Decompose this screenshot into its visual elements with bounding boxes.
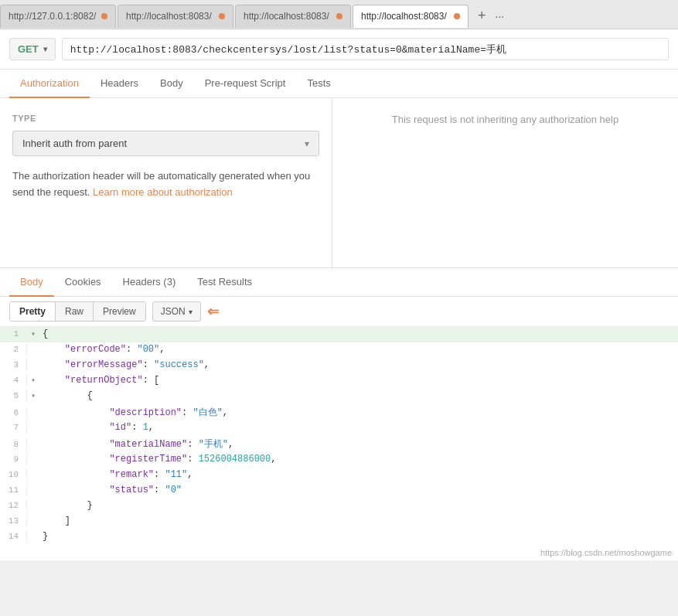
line-number: 8	[0, 438, 27, 451]
code-line: 2 "errorCode": "00",	[0, 342, 678, 358]
browser-tab-1[interactable]: http://127.0.0.1:8082/	[0, 5, 116, 28]
new-tab-button[interactable]: +	[473, 8, 491, 24]
code-line: 7 "id": 1,	[0, 420, 678, 436]
method-label: GET	[18, 43, 39, 55]
bottom-tab-body-label: Body	[20, 276, 43, 288]
auth-right-panel: This request is not inheriting any autho…	[332, 98, 678, 267]
auth-right-panel-text: This request is not inheriting any autho…	[392, 114, 618, 125]
line-number: 2	[0, 343, 27, 356]
wrap-icon[interactable]: ⇐	[207, 303, 219, 320]
watermark: https://blog.csdn.net/moshowgame	[0, 545, 678, 560]
format-tab-preview-label: Preview	[103, 306, 136, 317]
code-line: 10 "remark": "11",	[0, 468, 678, 483]
line-expand-icon[interactable]: ▾	[27, 329, 39, 339]
line-content: "description": "白色",	[39, 404, 678, 420]
line-number: 7	[0, 421, 27, 434]
line-number: 11	[0, 484, 27, 496]
browser-tab-4-dot	[454, 13, 460, 19]
line-content: "remark": "11",	[39, 468, 678, 482]
browser-tab-2[interactable]: http://localhost:8083/	[118, 5, 233, 28]
browser-tabs-bar: http://127.0.0.1:8082/ http://localhost:…	[0, 0, 678, 29]
code-line: 13 ]	[0, 514, 678, 529]
line-content: "registerTime": 1526004886000,	[39, 452, 678, 466]
bottom-tab-headers[interactable]: Headers (3)	[112, 268, 187, 297]
line-content: "status": "0"	[39, 483, 678, 497]
code-line: 9 "registerTime": 1526004886000,	[0, 452, 678, 468]
json-format-label: JSON	[161, 306, 186, 317]
bottom-tab-body[interactable]: Body	[9, 268, 54, 297]
auth-type-value: Inherit auth from parent	[22, 138, 127, 149]
bottom-tab-cookies[interactable]: Cookies	[54, 268, 112, 297]
more-tabs-button[interactable]: ···	[491, 10, 509, 22]
type-label: TYPE	[12, 114, 319, 123]
browser-tab-4[interactable]: http://localhost:8083/	[353, 5, 468, 28]
watermark-text: https://blog.csdn.net/moshowgame	[540, 548, 672, 557]
url-input[interactable]	[62, 38, 669, 60]
line-expand-icon[interactable]: ▾	[27, 391, 39, 400]
auth-description: The authorization header will be automat…	[12, 168, 319, 201]
dropdown-arrow-icon: ▾	[305, 138, 309, 149]
browser-tab-3-label: http://localhost:8083/	[244, 11, 332, 22]
code-line: 12 }	[0, 499, 678, 514]
line-number: 10	[0, 468, 27, 481]
line-number: 1	[0, 328, 27, 340]
tab-pre-request-script-label: Pre-request Script	[205, 77, 286, 89]
response-toolbar: Pretty Raw Preview JSON ▾ ⇐	[0, 297, 678, 327]
browser-tab-1-dot	[101, 13, 107, 19]
main-tabs: Authorization Headers Body Pre-request S…	[0, 70, 678, 98]
bottom-tab-headers-label: Headers (3)	[123, 276, 176, 288]
tab-authorization-label: Authorization	[20, 77, 79, 89]
bottom-tab-test-results[interactable]: Test Results	[186, 268, 263, 297]
browser-tab-1-label: http://127.0.0.1:8082/	[9, 11, 97, 22]
browser-tab-3[interactable]: http://localhost:8083/	[235, 5, 351, 28]
bottom-tab-test-results-label: Test Results	[197, 276, 252, 288]
browser-tab-4-label: http://localhost:8083/	[361, 11, 449, 22]
line-content: ]	[39, 514, 678, 528]
tab-body[interactable]: Body	[149, 70, 194, 98]
request-bar: GET ▾	[0, 29, 678, 70]
method-chevron-icon: ▾	[43, 45, 47, 53]
format-tab-preview[interactable]: Preview	[94, 302, 145, 321]
line-number: 5	[0, 390, 27, 402]
format-tab-raw-label: Raw	[65, 306, 83, 317]
line-content: {	[39, 327, 678, 341]
auth-left-panel: TYPE Inherit auth from parent ▾ The auth…	[0, 98, 332, 267]
line-content: {	[39, 389, 678, 403]
json-format-chevron-icon: ▾	[189, 308, 192, 316]
line-content: "returnObject": [	[39, 373, 678, 387]
tab-authorization[interactable]: Authorization	[9, 70, 90, 98]
format-tab-raw[interactable]: Raw	[56, 302, 94, 321]
format-tab-pretty-label: Pretty	[19, 306, 46, 317]
code-line: 3 "errorMessage": "success",	[0, 358, 678, 373]
line-expand-icon[interactable]: ▾	[27, 376, 39, 385]
line-content: "errorCode": "00",	[39, 342, 678, 356]
format-tab-pretty[interactable]: Pretty	[10, 302, 56, 321]
authorization-content: TYPE Inherit auth from parent ▾ The auth…	[0, 98, 678, 268]
method-selector[interactable]: GET ▾	[9, 38, 56, 60]
learn-more-link[interactable]: Learn more about authorization	[93, 186, 233, 198]
json-format-selector[interactable]: JSON ▾	[152, 301, 201, 322]
tab-tests[interactable]: Tests	[296, 70, 341, 98]
line-number: 4	[0, 374, 27, 386]
tab-headers[interactable]: Headers	[90, 70, 149, 98]
bottom-tab-cookies-label: Cookies	[65, 276, 101, 288]
line-content: }	[39, 529, 678, 543]
format-tabs: Pretty Raw Preview	[9, 301, 146, 322]
browser-tab-2-label: http://localhost:8083/	[126, 11, 214, 22]
line-content: "materialName": "手机",	[39, 436, 678, 452]
code-line: 8 "materialName": "手机",	[0, 436, 678, 452]
tab-tests-label: Tests	[307, 77, 330, 89]
browser-tab-3-dot	[336, 13, 342, 19]
tab-pre-request-script[interactable]: Pre-request Script	[194, 70, 297, 98]
code-line: 14}	[0, 529, 678, 545]
line-number: 3	[0, 359, 27, 371]
tab-actions: + ···	[473, 8, 509, 24]
response-code-area: 1▾{2 "errorCode": "00",3 "errorMessage":…	[0, 327, 678, 545]
line-number: 9	[0, 453, 27, 465]
line-content: "id": 1,	[39, 420, 678, 434]
line-number: 6	[0, 407, 27, 419]
line-content: }	[39, 499, 678, 512]
code-line: 4▾ "returnObject": [	[0, 373, 678, 389]
auth-type-dropdown[interactable]: Inherit auth from parent ▾	[12, 131, 319, 156]
line-content: "errorMessage": "success",	[39, 358, 678, 372]
